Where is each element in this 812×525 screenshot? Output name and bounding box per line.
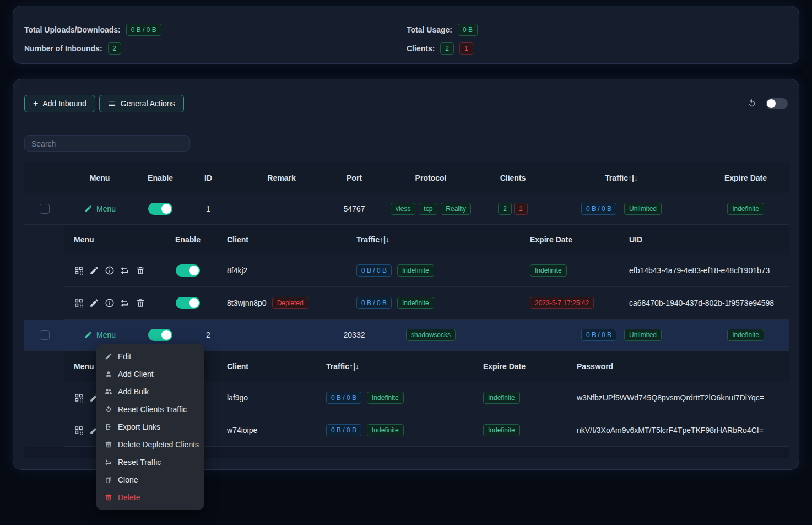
clients-active-badge: 2 bbox=[498, 203, 512, 215]
client-actions bbox=[64, 298, 158, 308]
client-uid: efb14b43-4a79-4e83-ef18-e48cf1901b73 bbox=[629, 266, 770, 275]
inbound-menu-button[interactable]: Menu bbox=[84, 331, 116, 339]
inbound-expire: Indefinite bbox=[702, 329, 789, 341]
client-info-icon[interactable] bbox=[105, 266, 115, 275]
inbound-port: 20332 bbox=[332, 331, 376, 339]
qr-code-icon[interactable] bbox=[74, 298, 84, 308]
header-traffic-sort[interactable]: Traffic↑|↓ bbox=[540, 174, 702, 182]
header-protocol: Protocol bbox=[376, 174, 485, 182]
reset-client-traffic-icon[interactable] bbox=[120, 298, 130, 308]
inbound-port: 54767 bbox=[332, 204, 376, 213]
plus-icon: + bbox=[33, 99, 38, 108]
inbound-protocols: shadowsocks bbox=[376, 329, 485, 341]
inbound-traffic: 0 B / 0 B Unlimited bbox=[540, 329, 702, 341]
theme-toggle[interactable] bbox=[766, 98, 788, 109]
inbound-row-1: − Menu 1 54767 vless tcp Reality 2 1 0 bbox=[24, 193, 789, 225]
collapse-row-button[interactable]: − bbox=[40, 330, 50, 340]
edit-pencil-icon bbox=[84, 331, 93, 339]
client-traffic-badge: 0 B / 0 B bbox=[326, 424, 361, 436]
protocol-badge: Reality bbox=[441, 203, 471, 215]
add-bulk-icon bbox=[105, 388, 112, 396]
stat-total-usage: Total Usage: 0 B bbox=[407, 24, 788, 36]
refresh-icon[interactable] bbox=[747, 99, 757, 109]
inbound-id: 2 bbox=[186, 331, 231, 339]
menu-item-clone[interactable]: Clone bbox=[96, 471, 204, 489]
client-table-1-header: Menu Enable Client Traffic↑|↓ Expire Dat… bbox=[64, 225, 789, 255]
header-enable: Enable bbox=[135, 174, 186, 182]
inbounds-table-header: Menu Enable ID Remark Port Protocol Clie… bbox=[24, 162, 789, 193]
client-uid: ca68470b-1940-437d-802b-1f9573e94598 bbox=[629, 299, 774, 307]
header-client-enable: Enable bbox=[158, 235, 218, 244]
client-name: 8f4kj2 bbox=[227, 266, 247, 275]
expire-badge: Indefinite bbox=[727, 329, 764, 341]
header-id: ID bbox=[186, 174, 231, 182]
menu-item-reset-clients-traffic[interactable]: Reset Clients Traffic bbox=[96, 400, 204, 418]
header-client: Client bbox=[218, 362, 317, 371]
client-info-icon[interactable] bbox=[105, 298, 115, 308]
menu-item-delete-depleted-clients[interactable]: Delete Depleted Clients bbox=[96, 436, 204, 453]
traffic-limit-badge: Unlimited bbox=[624, 329, 662, 341]
header-client-traffic-sort[interactable]: Traffic↑|↓ bbox=[317, 362, 474, 371]
stat-uploads-label: Total Uploads/Downloads: bbox=[24, 25, 121, 34]
menu-item-add-client[interactable]: Add Client bbox=[96, 365, 204, 383]
stat-inbounds-label: Number of Inbounds: bbox=[24, 44, 102, 53]
add-inbound-button[interactable]: + Add Inbound bbox=[24, 95, 95, 112]
traffic-value-badge: 0 B / 0 B bbox=[581, 203, 616, 215]
client-password: w3NfbzUPf5WWd745Q8pvsmQrdrttT2lO6knuI7Di… bbox=[577, 393, 764, 402]
header-clients: Clients bbox=[485, 174, 540, 182]
edit-client-icon[interactable] bbox=[89, 266, 99, 275]
delete-depleted-clients-icon bbox=[105, 441, 112, 448]
qr-code-icon[interactable] bbox=[74, 266, 84, 275]
header-client-traffic-sort[interactable]: Traffic↑|↓ bbox=[348, 235, 521, 244]
client-table-inbound-1: Menu Enable Client Traffic↑|↓ Expire Dat… bbox=[64, 225, 789, 320]
menu-item-reset-traffic[interactable]: Reset Traffic bbox=[96, 453, 204, 471]
client-enable-toggle[interactable] bbox=[176, 264, 200, 277]
protocol-badge: vless bbox=[391, 203, 415, 215]
client-enable-toggle[interactable] bbox=[176, 297, 200, 309]
inbound-context-menu: Edit Add Client Add Bulk Reset Clients T… bbox=[96, 344, 204, 510]
add-client-icon bbox=[105, 370, 112, 378]
qr-code-icon[interactable] bbox=[74, 425, 84, 435]
header-port: Port bbox=[332, 174, 376, 182]
clone-icon bbox=[105, 476, 112, 484]
inbound-enable-toggle[interactable] bbox=[148, 203, 172, 215]
inbound-traffic: 0 B / 0 B Unlimited bbox=[540, 203, 702, 215]
inbound-enable-toggle[interactable] bbox=[148, 329, 172, 341]
stat-clients-label: Clients: bbox=[407, 44, 435, 53]
reset-client-traffic-icon[interactable] bbox=[120, 266, 130, 275]
qr-code-icon[interactable] bbox=[74, 393, 84, 403]
stats-panel: Total Uploads/Downloads: 0 B / 0 B Total… bbox=[13, 6, 799, 64]
traffic-limit-badge: Unlimited bbox=[624, 203, 662, 215]
delete-client-icon[interactable] bbox=[136, 266, 145, 275]
client-traffic-limit-badge: Indefinite bbox=[397, 264, 434, 277]
client-traffic-badge: 0 B / 0 B bbox=[356, 264, 392, 277]
menu-item-add-bulk[interactable]: Add Bulk bbox=[96, 383, 204, 400]
general-actions-label: General Actions bbox=[121, 99, 175, 108]
client-traffic-badge: 0 B / 0 B bbox=[326, 392, 361, 404]
client-expire-badge: Indefinite bbox=[483, 392, 520, 404]
header-menu: Menu bbox=[64, 174, 135, 182]
menu-item-edit[interactable]: Edit bbox=[96, 348, 204, 365]
edit-pencil-icon bbox=[84, 204, 93, 213]
stat-number-of-inbounds: Number of Inbounds: 2 bbox=[24, 42, 407, 55]
reset-traffic-icon bbox=[105, 458, 112, 466]
client-row: 8f4kj2 0 B / 0 B Indefinite Indefinite e… bbox=[64, 255, 789, 287]
delete-client-icon[interactable] bbox=[136, 298, 145, 308]
header-expire-date: Expire Date bbox=[702, 174, 789, 182]
stats-grid: Total Uploads/Downloads: 0 B / 0 B Total… bbox=[13, 6, 799, 55]
general-actions-button[interactable]: General Actions bbox=[99, 95, 184, 112]
header-client-menu: Menu bbox=[64, 235, 158, 244]
collapse-row-button[interactable]: − bbox=[40, 204, 50, 214]
menu-item-delete[interactable]: Delete bbox=[96, 489, 204, 506]
search-input[interactable] bbox=[24, 135, 190, 152]
client-name: 8t3wjnn8p0 bbox=[227, 299, 267, 307]
inbound-menu-button[interactable]: Menu bbox=[84, 204, 116, 213]
inbound-expire: Indefinite bbox=[702, 203, 789, 215]
reset-clients-traffic-icon bbox=[105, 405, 112, 413]
stat-clients: Clients: 2 1 bbox=[407, 42, 788, 55]
menu-item-export-links[interactable]: Export Links bbox=[96, 418, 204, 436]
inbound-protocols: vless tcp Reality bbox=[376, 203, 485, 215]
client-row: 8t3wjnn8p0 Depleted 0 B / 0 B Indefinite… bbox=[64, 287, 789, 320]
edit-client-icon[interactable] bbox=[89, 298, 99, 308]
header-client-password: Password bbox=[568, 362, 789, 371]
